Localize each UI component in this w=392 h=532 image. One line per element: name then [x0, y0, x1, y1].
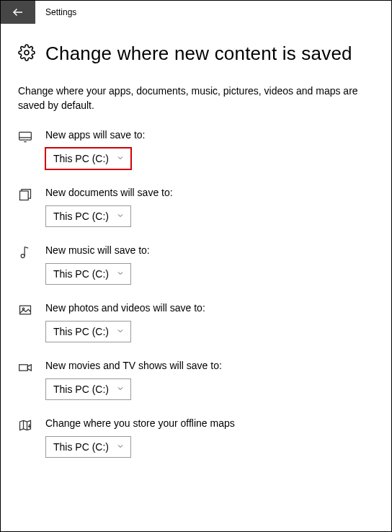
chevron-down-icon	[116, 210, 125, 222]
maps-icon	[18, 418, 32, 433]
arrow-left-icon	[12, 6, 24, 19]
svg-point-1	[24, 50, 29, 55]
chevron-down-icon	[116, 268, 125, 280]
gear-icon	[18, 44, 35, 64]
apps-icon	[18, 130, 32, 144]
documents-label: New documents will save to:	[45, 187, 374, 198]
documents-icon	[18, 187, 32, 202]
page-title: Change where new content is saved	[45, 43, 352, 65]
back-button[interactable]	[1, 1, 35, 24]
apps-dropdown[interactable]: This PC (C:)	[45, 148, 131, 169]
window-title: Settings	[45, 7, 76, 17]
movies-label: New movies and TV shows will save to:	[45, 360, 374, 371]
movies-dropdown-value: This PC (C:)	[53, 384, 109, 395]
svg-marker-12	[27, 364, 31, 370]
photos-icon	[18, 303, 32, 317]
svg-rect-5	[20, 191, 29, 200]
svg-line-8	[24, 247, 28, 248]
movies-icon	[18, 360, 32, 375]
music-label: New music will save to:	[45, 244, 374, 256]
content-area: Change where new content is saved Change…	[1, 24, 391, 458]
setting-row-movies: New movies and TV shows will save to: Th…	[18, 360, 374, 400]
setting-row-maps: Change where you store your offline maps…	[18, 417, 374, 458]
setting-row-apps: New apps will save to: This PC (C:)	[18, 129, 374, 169]
titlebar: Settings	[1, 1, 391, 24]
music-icon	[18, 245, 32, 260]
setting-row-music: New music will save to: This PC (C:)	[18, 244, 374, 285]
photos-dropdown[interactable]: This PC (C:)	[45, 321, 131, 342]
setting-row-photos: New photos and videos will save to: This…	[18, 302, 374, 342]
apps-label: New apps will save to:	[45, 129, 374, 141]
page-header: Change where new content is saved	[18, 43, 374, 65]
maps-dropdown[interactable]: This PC (C:)	[45, 436, 131, 458]
maps-label: Change where you store your offline maps	[45, 417, 374, 429]
maps-dropdown-value: This PC (C:)	[53, 441, 109, 453]
page-description: Change where your apps, documents, music…	[18, 84, 374, 113]
chevron-down-icon	[116, 326, 125, 337]
movies-dropdown[interactable]: This PC (C:)	[45, 378, 131, 400]
music-dropdown-value: This PC (C:)	[53, 268, 109, 280]
svg-point-6	[21, 254, 24, 257]
music-dropdown[interactable]: This PC (C:)	[45, 263, 131, 285]
photos-dropdown-value: This PC (C:)	[53, 326, 109, 337]
documents-dropdown-value: This PC (C:)	[53, 210, 109, 222]
photos-label: New photos and videos will save to:	[45, 302, 374, 314]
documents-dropdown[interactable]: This PC (C:)	[45, 205, 131, 227]
setting-row-documents: New documents will save to: This PC (C:)	[18, 187, 374, 227]
apps-dropdown-value: This PC (C:)	[53, 153, 109, 164]
chevron-down-icon	[116, 384, 125, 395]
chevron-down-icon	[116, 441, 125, 453]
svg-rect-2	[19, 132, 32, 140]
chevron-down-icon	[116, 153, 125, 164]
svg-rect-11	[19, 364, 28, 370]
svg-point-10	[22, 308, 24, 310]
